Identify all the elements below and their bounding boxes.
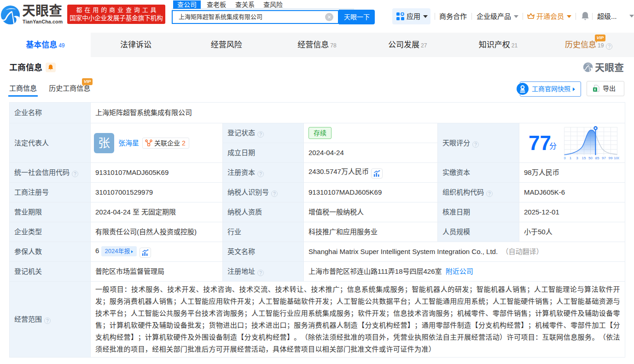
svg-text:天眼查: 天眼查: [595, 62, 624, 73]
svg-text:85: 85: [595, 156, 599, 160]
svg-text:100: 100: [614, 156, 619, 160]
svg-text:3: 3: [576, 156, 578, 160]
svg-text:15: 15: [582, 156, 586, 160]
svg-text:0: 0: [564, 156, 566, 160]
svg-text:99: 99: [609, 156, 613, 160]
svg-text:1: 1: [570, 156, 572, 160]
svg-text:97: 97: [602, 156, 606, 160]
svg-text:50: 50: [588, 156, 593, 160]
